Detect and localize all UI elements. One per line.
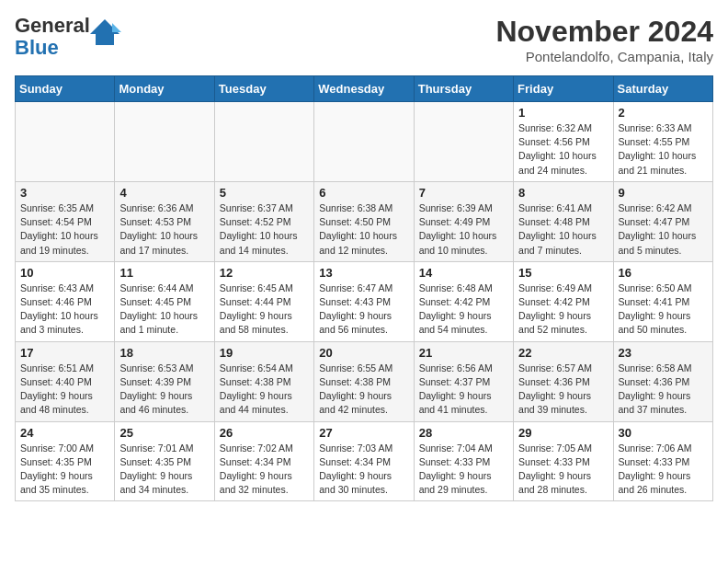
day-info: Sunrise: 6:35 AM Sunset: 4:54 PM Dayligh… <box>20 201 109 258</box>
calendar-cell <box>16 102 115 182</box>
day-info: Sunrise: 6:42 AM Sunset: 4:47 PM Dayligh… <box>619 201 708 258</box>
day-info: Sunrise: 6:49 AM Sunset: 4:42 PM Dayligh… <box>518 282 608 338</box>
logo: General Blue <box>15 15 121 59</box>
logo-general: General <box>15 14 90 37</box>
day-number: 14 <box>419 266 508 280</box>
calendar-cell: 24Sunrise: 7:00 AM Sunset: 4:35 PM Dayli… <box>16 421 115 501</box>
day-info: Sunrise: 6:47 AM Sunset: 4:43 PM Dayligh… <box>319 282 408 338</box>
calendar-cell: 21Sunrise: 6:56 AM Sunset: 4:37 PM Dayli… <box>414 341 513 421</box>
day-number: 17 <box>20 346 109 360</box>
calendar-cell: 5Sunrise: 6:37 AM Sunset: 4:52 PM Daylig… <box>214 181 313 261</box>
calendar-cell: 2Sunrise: 6:33 AM Sunset: 4:55 PM Daylig… <box>613 102 712 182</box>
day-number: 12 <box>220 266 309 280</box>
calendar-cell: 26Sunrise: 7:02 AM Sunset: 4:34 PM Dayli… <box>214 421 313 501</box>
title-block: November 2024 Pontelandolfo, Campania, I… <box>495 15 713 64</box>
calendar-week-row: 24Sunrise: 7:00 AM Sunset: 4:35 PM Dayli… <box>16 421 713 501</box>
day-info: Sunrise: 6:33 AM Sunset: 4:55 PM Dayligh… <box>619 121 708 178</box>
calendar-day-header: Thursday <box>414 76 513 102</box>
day-number: 28 <box>419 426 508 440</box>
day-info: Sunrise: 6:58 AM Sunset: 4:36 PM Dayligh… <box>619 362 708 418</box>
calendar-cell: 28Sunrise: 7:04 AM Sunset: 4:33 PM Dayli… <box>414 421 513 501</box>
day-number: 16 <box>619 266 708 280</box>
day-info: Sunrise: 7:02 AM Sunset: 4:34 PM Dayligh… <box>220 442 309 498</box>
day-number: 18 <box>119 346 209 360</box>
day-number: 29 <box>518 426 608 440</box>
day-number: 3 <box>20 186 109 200</box>
day-info: Sunrise: 7:03 AM Sunset: 4:34 PM Dayligh… <box>319 442 408 498</box>
calendar-day-header: Monday <box>115 76 214 102</box>
calendar-cell: 11Sunrise: 6:44 AM Sunset: 4:45 PM Dayli… <box>115 261 214 341</box>
location: Pontelandolfo, Campania, Italy <box>495 49 713 64</box>
day-number: 6 <box>319 186 408 200</box>
calendar-cell: 13Sunrise: 6:47 AM Sunset: 4:43 PM Dayli… <box>314 261 414 341</box>
day-info: Sunrise: 6:54 AM Sunset: 4:38 PM Dayligh… <box>220 362 309 418</box>
day-number: 2 <box>619 106 708 120</box>
calendar-cell <box>314 102 414 182</box>
calendar-cell: 19Sunrise: 6:54 AM Sunset: 4:38 PM Dayli… <box>214 341 313 421</box>
calendar-cell: 18Sunrise: 6:53 AM Sunset: 4:39 PM Dayli… <box>115 341 214 421</box>
calendar-header-row: SundayMondayTuesdayWednesdayThursdayFrid… <box>16 76 713 102</box>
calendar-day-header: Wednesday <box>314 76 414 102</box>
day-info: Sunrise: 6:56 AM Sunset: 4:37 PM Dayligh… <box>419 362 508 418</box>
day-info: Sunrise: 6:50 AM Sunset: 4:41 PM Dayligh… <box>619 282 708 338</box>
calendar-cell: 7Sunrise: 6:39 AM Sunset: 4:49 PM Daylig… <box>414 181 513 261</box>
calendar-cell: 27Sunrise: 7:03 AM Sunset: 4:34 PM Dayli… <box>314 421 414 501</box>
calendar-cell: 4Sunrise: 6:36 AM Sunset: 4:53 PM Daylig… <box>115 181 214 261</box>
calendar-week-row: 3Sunrise: 6:35 AM Sunset: 4:54 PM Daylig… <box>16 181 713 261</box>
day-number: 26 <box>220 426 309 440</box>
day-info: Sunrise: 6:48 AM Sunset: 4:42 PM Dayligh… <box>419 282 508 338</box>
day-number: 22 <box>518 346 608 360</box>
calendar-cell <box>115 102 214 182</box>
calendar-cell: 17Sunrise: 6:51 AM Sunset: 4:40 PM Dayli… <box>16 341 115 421</box>
day-number: 5 <box>220 186 309 200</box>
calendar-cell: 12Sunrise: 6:45 AM Sunset: 4:44 PM Dayli… <box>214 261 313 341</box>
day-info: Sunrise: 6:57 AM Sunset: 4:36 PM Dayligh… <box>518 362 608 418</box>
day-info: Sunrise: 6:38 AM Sunset: 4:50 PM Dayligh… <box>319 201 408 258</box>
day-info: Sunrise: 6:45 AM Sunset: 4:44 PM Dayligh… <box>220 282 309 338</box>
day-number: 19 <box>220 346 309 360</box>
day-number: 1 <box>518 106 608 120</box>
day-number: 10 <box>20 266 109 280</box>
calendar-week-row: 10Sunrise: 6:43 AM Sunset: 4:46 PM Dayli… <box>16 261 713 341</box>
calendar-cell: 16Sunrise: 6:50 AM Sunset: 4:41 PM Dayli… <box>613 261 712 341</box>
day-info: Sunrise: 6:41 AM Sunset: 4:48 PM Dayligh… <box>518 201 608 258</box>
day-info: Sunrise: 6:44 AM Sunset: 4:45 PM Dayligh… <box>119 282 209 338</box>
calendar-cell: 22Sunrise: 6:57 AM Sunset: 4:36 PM Dayli… <box>514 341 613 421</box>
calendar-cell: 8Sunrise: 6:41 AM Sunset: 4:48 PM Daylig… <box>514 181 613 261</box>
day-info: Sunrise: 6:53 AM Sunset: 4:39 PM Dayligh… <box>119 362 209 418</box>
day-number: 15 <box>518 266 608 280</box>
day-number: 13 <box>319 266 408 280</box>
day-number: 30 <box>619 426 708 440</box>
day-info: Sunrise: 7:05 AM Sunset: 4:33 PM Dayligh… <box>518 442 608 498</box>
day-info: Sunrise: 6:32 AM Sunset: 4:56 PM Dayligh… <box>518 121 608 178</box>
day-number: 8 <box>518 186 608 200</box>
day-number: 9 <box>619 186 708 200</box>
calendar-cell: 3Sunrise: 6:35 AM Sunset: 4:54 PM Daylig… <box>16 181 115 261</box>
calendar-cell: 29Sunrise: 7:05 AM Sunset: 4:33 PM Dayli… <box>514 421 613 501</box>
day-info: Sunrise: 7:01 AM Sunset: 4:35 PM Dayligh… <box>119 442 209 498</box>
day-info: Sunrise: 7:00 AM Sunset: 4:35 PM Dayligh… <box>20 442 109 498</box>
day-number: 23 <box>619 346 708 360</box>
day-info: Sunrise: 7:06 AM Sunset: 4:33 PM Dayligh… <box>619 442 708 498</box>
calendar-cell: 15Sunrise: 6:49 AM Sunset: 4:42 PM Dayli… <box>514 261 613 341</box>
day-info: Sunrise: 6:55 AM Sunset: 4:38 PM Dayligh… <box>319 362 408 418</box>
day-info: Sunrise: 6:51 AM Sunset: 4:40 PM Dayligh… <box>20 362 109 418</box>
calendar-cell: 20Sunrise: 6:55 AM Sunset: 4:38 PM Dayli… <box>314 341 414 421</box>
calendar-cell: 25Sunrise: 7:01 AM Sunset: 4:35 PM Dayli… <box>115 421 214 501</box>
calendar-cell: 1Sunrise: 6:32 AM Sunset: 4:56 PM Daylig… <box>514 102 613 182</box>
logo-blue: Blue <box>15 36 59 59</box>
day-number: 25 <box>119 426 209 440</box>
day-info: Sunrise: 6:39 AM Sunset: 4:49 PM Dayligh… <box>419 201 508 258</box>
day-info: Sunrise: 6:36 AM Sunset: 4:53 PM Dayligh… <box>119 201 209 258</box>
day-info: Sunrise: 6:43 AM Sunset: 4:46 PM Dayligh… <box>20 282 109 338</box>
calendar-week-row: 1Sunrise: 6:32 AM Sunset: 4:56 PM Daylig… <box>16 102 713 182</box>
day-info: Sunrise: 7:04 AM Sunset: 4:33 PM Dayligh… <box>419 442 508 498</box>
calendar-cell: 6Sunrise: 6:38 AM Sunset: 4:50 PM Daylig… <box>314 181 414 261</box>
calendar-cell: 9Sunrise: 6:42 AM Sunset: 4:47 PM Daylig… <box>613 181 712 261</box>
calendar-day-header: Friday <box>514 76 613 102</box>
day-number: 20 <box>319 346 408 360</box>
day-number: 21 <box>419 346 508 360</box>
month-title: November 2024 <box>495 15 713 49</box>
day-number: 4 <box>119 186 209 200</box>
day-number: 11 <box>119 266 209 280</box>
